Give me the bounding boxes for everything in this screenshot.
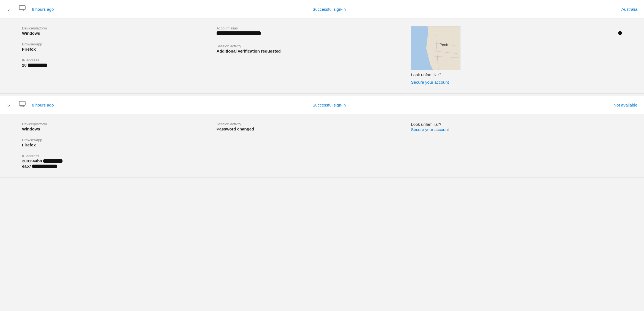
header-event-1: Successful sign-in	[86, 7, 572, 12]
svg-rect-0	[19, 6, 25, 10]
ip-redacted-1	[28, 64, 47, 67]
svg-rect-11	[19, 101, 25, 105]
svg-marker-5	[426, 26, 460, 70]
device-col-1: Device/platform Windows Browser/app Fire…	[22, 26, 217, 84]
ip-value-1: 20	[22, 63, 217, 67]
activity-list: ⌄ 8 hours ago Successful sign-in Austral…	[0, 0, 644, 178]
ip-prefix-2: 2001:44b8	[22, 159, 42, 163]
ip-value-2: 2001:44b8 : ea57	[22, 159, 217, 168]
status-dot-1	[618, 31, 622, 35]
activity-row-1: ⌄ 8 hours ago Successful sign-in Austral…	[0, 0, 644, 94]
map-thumbnail-1: Perth	[411, 26, 460, 70]
ip-suffix-2: ea57	[22, 164, 31, 168]
ip-redacted-2b	[32, 165, 57, 168]
device-col-2: Device/platform Windows Browser/app Fire…	[22, 122, 217, 168]
browser-label-2: Browser/app	[22, 138, 217, 142]
device-icon-1	[18, 5, 27, 13]
device-label-2: Device/platform	[22, 122, 217, 126]
location-col-2: Look unfamiliar? Secure your account	[411, 122, 605, 168]
header-location-2: Not available	[577, 103, 637, 107]
browser-label-1: Browser/app	[22, 42, 217, 46]
header-time-2: 8 hours ago	[32, 103, 81, 107]
device-value-2: Windows	[22, 127, 217, 131]
session-col-2: Session activity Password changed	[217, 122, 411, 168]
session-col-1: Account alias Session activity Additiona…	[217, 26, 411, 84]
look-unfamiliar-2: Look unfamiliar?	[411, 122, 605, 127]
look-unfamiliar-1: Look unfamiliar?	[411, 72, 441, 77]
map-col-1: Perth Look unfamiliar? Secure your accou…	[411, 26, 605, 84]
secure-account-link-1[interactable]: Secure your account	[411, 80, 449, 84]
activity-details-2: Device/platform Windows Browser/app Fire…	[0, 114, 644, 177]
secure-account-link-2[interactable]: Secure your account	[411, 127, 605, 132]
session-value-2: Password changed	[217, 127, 411, 131]
activity-row-2: ⌄ 8 hours ago Successful sign-in Not ava…	[0, 96, 644, 178]
chevron-down-icon-2: ⌄	[7, 102, 13, 108]
header-time-1: 8 hours ago	[32, 7, 81, 12]
ip-prefix-1: 20	[22, 63, 27, 67]
alias-redacted-1	[217, 31, 261, 35]
alias-label-1: Account alias	[217, 26, 411, 30]
browser-value-2: Firefox	[22, 143, 217, 147]
ip-label-1: IP address	[22, 58, 217, 62]
chevron-down-icon-1: ⌄	[7, 6, 13, 12]
session-label-2: Session activity	[217, 122, 411, 126]
session-label-1: Session activity	[217, 44, 411, 48]
activity-header-2[interactable]: ⌄ 8 hours ago Successful sign-in Not ava…	[0, 96, 644, 114]
session-value-1: Additional verification requested	[217, 49, 411, 53]
device-label-1: Device/platform	[22, 26, 217, 30]
header-location-1: Australia	[577, 7, 637, 12]
header-event-2: Successful sign-in	[86, 103, 572, 107]
dot-col-2	[605, 122, 622, 168]
activity-details-1: Device/platform Windows Browser/app Fire…	[0, 18, 644, 93]
device-icon-2	[18, 101, 27, 109]
ip-label-2: IP address	[22, 154, 217, 158]
activity-header-1[interactable]: ⌄ 8 hours ago Successful sign-in Austral…	[0, 0, 644, 18]
ip-redacted-2a	[43, 159, 62, 163]
svg-text:Perth: Perth	[440, 43, 448, 47]
dot-col-1	[605, 26, 622, 84]
device-value-1: Windows	[22, 31, 217, 36]
browser-value-1: Firefox	[22, 47, 217, 51]
